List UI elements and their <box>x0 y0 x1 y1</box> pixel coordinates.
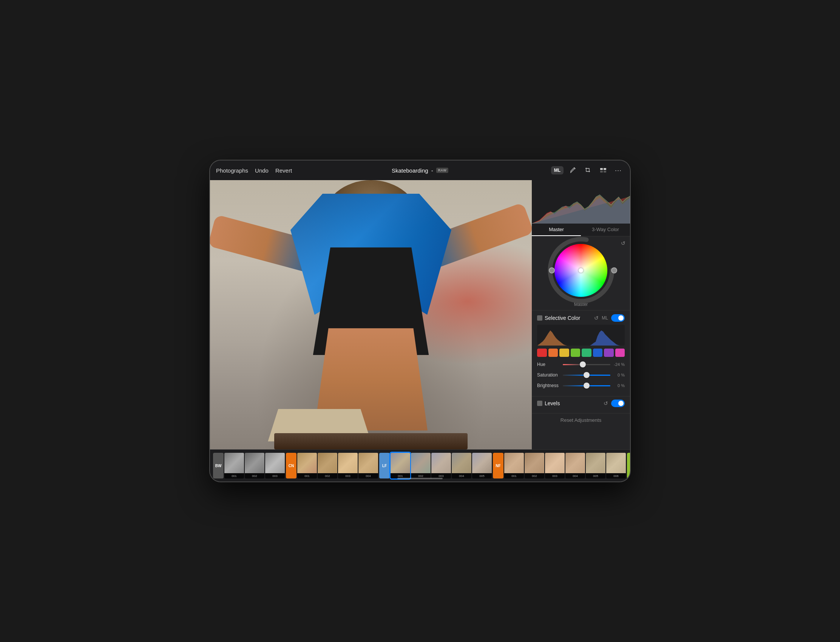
crop-icon[interactable] <box>582 165 594 176</box>
tab-master[interactable]: Master <box>532 224 581 236</box>
levels-section: Levels ↺ <box>532 396 630 413</box>
top-bar-left: Photographs Undo Revert <box>216 167 551 174</box>
levels-toggle[interactable] <box>611 400 625 407</box>
film-thumb-nf-002[interactable]: 002 <box>525 453 544 478</box>
color-tabs: Master 3-Way Color <box>532 224 630 237</box>
raw-badge: RAW <box>436 168 449 173</box>
film-thumb-cn-003[interactable]: 003 <box>338 453 358 478</box>
hue-slider-thumb[interactable] <box>580 362 586 368</box>
hue-label: Hue <box>537 362 561 367</box>
film-thumb-nf-005[interactable]: 005 <box>586 453 605 478</box>
film-thumb-num: 001 <box>224 473 244 478</box>
top-bar-center: Skateboarding - RAW <box>392 167 448 174</box>
ml-button[interactable]: ML <box>551 166 564 175</box>
pen-tool-icon[interactable] <box>567 165 579 176</box>
film-thumb-cn-001[interactable]: 001 <box>297 453 317 478</box>
film-thumb-nf-003[interactable]: 003 <box>545 453 565 478</box>
brightness-slider-container <box>563 382 610 389</box>
right-panel: Master 3-Way Color ↺ <box>532 180 630 449</box>
swatch-red[interactable] <box>537 349 547 357</box>
photo-content <box>210 180 532 449</box>
film-thumb-cn-004[interactable]: 004 <box>358 453 378 478</box>
wheel-right-knob[interactable] <box>611 268 617 273</box>
film-thumb-nf-004[interactable]: 004 <box>565 453 585 478</box>
swatch-green[interactable] <box>571 349 581 357</box>
film-thumb-bw-001[interactable]: 001 <box>224 453 244 478</box>
swatch-purple[interactable] <box>604 349 614 357</box>
selective-color-histogram <box>537 325 625 345</box>
selective-color-controls: ↺ ML <box>594 314 625 322</box>
film-thumb-bw-003[interactable]: 003 <box>265 453 285 478</box>
film-thumb-lf-004[interactable]: 004 <box>452 453 471 478</box>
film-group-ls: LS 001 <box>627 453 630 478</box>
brightness-value: 0 % <box>613 383 625 388</box>
color-swatches-row <box>537 349 625 357</box>
film-thumb-lf-002[interactable]: 002 <box>411 453 431 478</box>
histogram-chart <box>532 183 630 224</box>
color-wheel-center-dot[interactable] <box>579 268 583 273</box>
selective-histogram-chart <box>537 325 625 345</box>
film-thumb-nf-001[interactable]: 001 <box>504 453 524 478</box>
selective-color-reset-icon[interactable]: ↺ <box>594 315 598 321</box>
film-thumb-num: 001 <box>504 473 524 478</box>
selective-color-icon <box>537 315 542 321</box>
film-group-nf: NF 001 002 003 004 005 <box>493 453 626 478</box>
svg-rect-0 <box>600 168 603 170</box>
color-wheel[interactable] <box>555 244 607 297</box>
selective-color-toggle[interactable] <box>611 314 625 322</box>
film-group-bw: BW 001 002 003 <box>213 453 285 478</box>
wheel-left-knob[interactable] <box>549 268 555 273</box>
group-label-bw: BW <box>213 453 224 478</box>
saturation-slider-thumb[interactable] <box>584 372 590 378</box>
revert-button[interactable]: Revert <box>275 167 292 174</box>
film-thumb-lf-005[interactable]: 005 <box>472 453 492 478</box>
home-indicator <box>397 478 443 479</box>
hue-slider-track <box>563 364 610 365</box>
brightness-slider-thumb[interactable] <box>584 383 590 389</box>
swatch-pink[interactable] <box>615 349 625 357</box>
levels-title-row: Levels <box>537 400 560 406</box>
swatch-teal[interactable] <box>582 349 592 357</box>
undo-button[interactable]: Undo <box>255 167 269 174</box>
photo-area <box>210 180 532 449</box>
group-label-nf: NF <box>493 453 503 478</box>
saturation-slider-container <box>563 371 610 379</box>
reset-adjustments-button[interactable]: Reset Adjustments <box>532 413 630 427</box>
film-strip: BW 001 002 003 CN 001 002 <box>210 449 630 481</box>
film-thumb-lf-003[interactable]: 003 <box>431 453 451 478</box>
selective-color-ml-label: ML <box>602 315 608 321</box>
selective-color-title: Selective Color <box>545 315 580 321</box>
photographs-nav[interactable]: Photographs <box>216 167 248 174</box>
swatch-yellow[interactable] <box>559 349 569 357</box>
film-thumb-num: 003 <box>545 473 565 478</box>
film-thumb-nf-006[interactable]: 006 <box>606 453 626 478</box>
histogram-section <box>532 180 630 224</box>
film-thumb-bw-002[interactable]: 002 <box>245 453 264 478</box>
svg-rect-2 <box>600 171 603 173</box>
levels-reset-icon[interactable]: ↺ <box>603 400 608 406</box>
film-thumb-cn-002[interactable]: 002 <box>318 453 337 478</box>
film-thumb-num: 004 <box>358 473 378 478</box>
group-label-ls: LS <box>627 453 630 478</box>
swatch-orange[interactable] <box>548 349 558 357</box>
film-thumb-num: 002 <box>525 473 544 478</box>
svg-rect-1 <box>603 168 606 170</box>
film-thumb-num: 006 <box>606 473 626 478</box>
list-view-icon[interactable] <box>598 165 609 176</box>
film-thumb-lf-001[interactable]: 001 <box>391 453 410 478</box>
main-content: Master 3-Way Color ↺ <box>210 180 630 449</box>
more-options-icon[interactable]: ··· <box>613 165 624 176</box>
saturation-label: Saturation <box>537 372 561 378</box>
color-wheel-reset-icon[interactable]: ↺ <box>621 240 626 246</box>
film-thumb-num: 005 <box>472 473 492 478</box>
levels-title: Levels <box>545 400 560 406</box>
film-group-cn: CN 001 002 003 004 <box>286 453 378 478</box>
film-thumb-num: 005 <box>586 473 605 478</box>
levels-icon <box>537 401 542 406</box>
hue-slider-container <box>563 361 610 368</box>
color-wheel-container[interactable] <box>552 241 610 300</box>
swatch-blue[interactable] <box>593 349 603 357</box>
film-thumb-num: 002 <box>318 473 337 478</box>
device-frame: Photographs Undo Revert Skateboarding - … <box>210 160 630 481</box>
tab-3way-color[interactable]: 3-Way Color <box>581 224 630 236</box>
